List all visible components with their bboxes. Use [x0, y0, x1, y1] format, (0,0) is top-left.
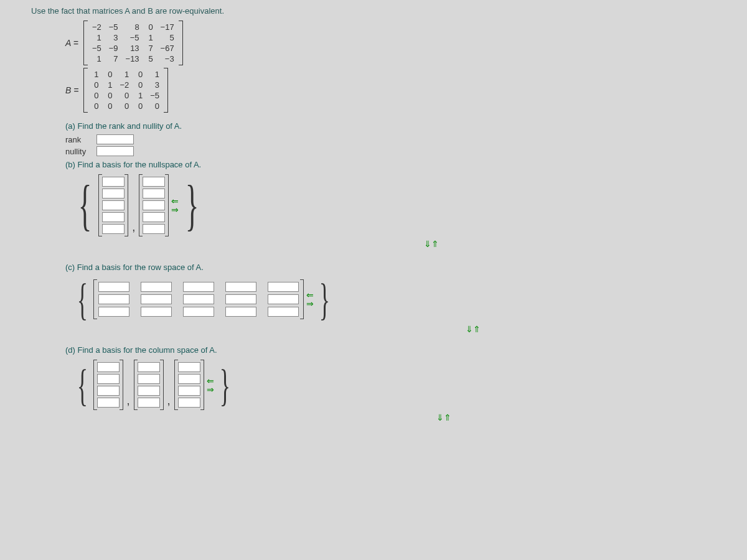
vector-cell-input[interactable] [102, 224, 125, 234]
nullspace-set: { , ⇐ ⇒ } [31, 174, 716, 236]
instruction-text: Use the fact that matrices A and B are r… [31, 6, 716, 16]
matrix-cell: 0 [146, 101, 163, 111]
matrix-cell: 1 [116, 69, 133, 80]
vector-cell-input[interactable] [98, 294, 129, 304]
vector-cell-input[interactable] [98, 307, 129, 317]
matrix-cell: 0 [102, 101, 116, 111]
matrix-cell: −67 [157, 43, 178, 54]
matrix-cell: 7 [143, 43, 157, 54]
resize-arrows-vertical-icon[interactable]: ⇓⇑ [31, 413, 716, 422]
vector-cell-input[interactable] [268, 307, 299, 317]
rank-nullity-group: rank nullity [31, 134, 716, 156]
vector-cell-input[interactable] [97, 374, 120, 384]
matrix-cell: 1 [88, 69, 102, 80]
matrix-cell: 1 [133, 90, 146, 101]
vector-cell-input[interactable] [97, 386, 120, 396]
matrix-cell: −5 [88, 43, 105, 54]
matrix-cell: 0 [116, 101, 133, 111]
vector-cell-input[interactable] [268, 294, 299, 304]
matrix-cell: 3 [146, 80, 163, 90]
vector-cell-input[interactable] [178, 398, 200, 408]
vector-cell-input[interactable] [178, 386, 200, 396]
resize-arrows-icon[interactable]: ⇐ ⇒ [171, 197, 179, 214]
part-d-text: (d) Find a basis for the column space of… [31, 345, 716, 355]
nullity-input[interactable] [96, 146, 134, 156]
resize-arrows-icon[interactable]: ⇐ ⇒ [306, 291, 314, 308]
resize-arrows-vertical-icon[interactable]: ⇓⇑ [31, 239, 716, 249]
vector-cell-input[interactable] [225, 282, 256, 292]
vector-cell-input[interactable] [102, 189, 125, 198]
resize-arrows-icon[interactable]: ⇐ ⇒ [207, 376, 214, 394]
rank-label: rank [65, 135, 96, 144]
comma: , [167, 394, 171, 408]
comma: , [127, 394, 130, 408]
part-b-text: (b) Find a basis for the nullspace of A. [31, 160, 716, 169]
vector-cell-input[interactable] [183, 294, 214, 304]
vector-cell-input[interactable] [268, 282, 299, 292]
colspace-vector-3 [174, 360, 204, 410]
matrix-cell: 0 [133, 80, 146, 90]
matrix-cell: −5 [105, 22, 122, 32]
nullspace-vector-2 [139, 174, 169, 236]
vector-cell-input[interactable] [138, 386, 160, 396]
matrix-cell: 13 [122, 43, 143, 54]
colspace-set: { , , [31, 360, 716, 410]
matrix-a: −2 −5 8 0 −17 1 3 −5 1 5 −5 −9 13 7 −67 [83, 21, 183, 65]
vector-cell-input[interactable] [143, 177, 165, 187]
vector-cell-input[interactable] [97, 398, 120, 408]
nullspace-vector-1 [98, 174, 128, 236]
vector-cell-input[interactable] [102, 177, 125, 187]
vector-cell-input[interactable] [138, 398, 160, 408]
matrix-cell: 0 [133, 101, 146, 111]
vector-cell-input[interactable] [141, 282, 172, 292]
vector-cell-input[interactable] [102, 212, 125, 222]
matrix-cell: −13 [122, 54, 143, 64]
rank-input[interactable] [96, 134, 134, 144]
matrix-b-label: B = [65, 85, 78, 95]
matrix-cell: −5 [146, 90, 163, 101]
nullity-label: nullity [65, 147, 96, 156]
matrix-b: 1 0 1 0 1 0 1 −2 0 3 0 0 0 1 −5 0 [83, 68, 168, 113]
vector-cell-input[interactable] [98, 282, 129, 292]
right-brace-icon: } [319, 277, 329, 322]
left-brace-icon: { [78, 177, 92, 233]
rowspace-set: { [31, 277, 716, 322]
matrix-cell: 0 [88, 90, 102, 101]
matrix-a-row: A = −2 −5 8 0 −17 1 3 −5 1 5 −5 −9 13 7 [31, 21, 716, 65]
matrix-cell: 7 [105, 54, 122, 64]
matrix-cell: 5 [157, 32, 178, 43]
right-brace-icon: } [186, 177, 199, 233]
vector-cell-input[interactable] [143, 224, 165, 234]
vector-cell-input[interactable] [143, 200, 165, 210]
matrix-cell: 1 [88, 54, 105, 64]
vector-cell-input[interactable] [225, 294, 256, 304]
matrix-cell: 0 [88, 101, 102, 111]
right-brace-icon: } [219, 363, 230, 408]
matrix-cell: 3 [105, 32, 122, 43]
matrix-cell: 1 [143, 32, 157, 43]
vector-cell-input[interactable] [141, 307, 172, 317]
vector-cell-input[interactable] [102, 200, 125, 210]
matrix-cell: 0 [102, 90, 116, 101]
vector-cell-input[interactable] [143, 212, 165, 222]
vector-cell-input[interactable] [178, 374, 200, 384]
matrix-cell: −3 [157, 54, 178, 64]
vector-cell-input[interactable] [225, 307, 256, 317]
vector-cell-input[interactable] [141, 294, 172, 304]
rowspace-matrix [93, 279, 304, 319]
matrix-cell: 0 [133, 69, 146, 80]
matrix-cell: 1 [102, 80, 116, 90]
part-a-text: (a) Find the rank and nullity of A. [31, 121, 716, 131]
vector-cell-input[interactable] [183, 282, 214, 292]
left-brace-icon: { [77, 363, 88, 408]
vector-cell-input[interactable] [183, 307, 214, 317]
matrix-cell: 0 [88, 80, 102, 90]
resize-arrows-vertical-icon[interactable]: ⇓⇑ [31, 324, 716, 334]
vector-cell-input[interactable] [97, 362, 120, 372]
vector-cell-input[interactable] [143, 189, 165, 198]
vector-cell-input[interactable] [138, 374, 160, 384]
matrix-cell: 5 [143, 54, 157, 64]
vector-cell-input[interactable] [178, 362, 200, 372]
vector-cell-input[interactable] [138, 362, 160, 372]
matrix-cell: 1 [88, 32, 105, 43]
